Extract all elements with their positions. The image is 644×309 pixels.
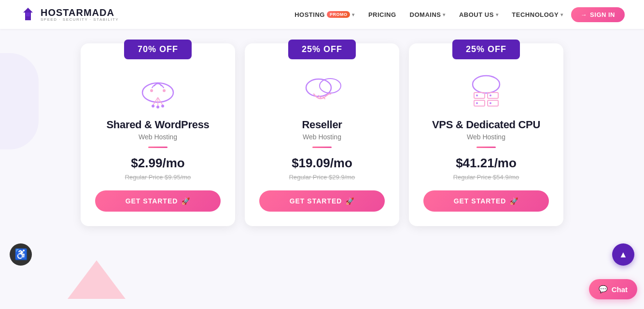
nav-item-hosting[interactable]: HOSTING PROMO ▾ — [289, 8, 361, 21]
nav-item-technology[interactable]: TECHNOLOGY ▾ — [506, 8, 569, 21]
svg-point-8 — [161, 105, 164, 107]
deco-left — [0, 53, 39, 149]
card-reseller: 25% OFF Reseller Web Hosting $19.09/mo R… — [245, 43, 399, 226]
card-vps: 25% OFF VPS & Dedicated CPU Web Hosting … — [409, 43, 563, 226]
card-shared-wordpress: 70% OFF Shared & WordPress Web Host — [81, 43, 235, 226]
card-divider-3 — [476, 147, 496, 148]
accessibility-icon: ♿ — [14, 248, 28, 261]
get-started-label-2: GET STARTED — [290, 197, 342, 205]
nav-hosting-label: HOSTING — [294, 11, 325, 18]
chat-label: Chat — [612, 285, 628, 294]
sign-in-label: SIGN IN — [590, 11, 615, 18]
accessibility-button[interactable]: ♿ — [10, 243, 32, 266]
svg-point-11 — [473, 76, 500, 93]
svg-point-6 — [152, 105, 154, 107]
cloud-handshake-icon — [300, 67, 344, 111]
sign-in-icon: → — [581, 11, 588, 18]
card-icon-shared — [95, 67, 221, 111]
nav-links: HOSTING PROMO ▾ PRICING DOMAINS ▾ ABOUT … — [289, 7, 625, 22]
get-started-btn-2[interactable]: GET STARTED 🚀 — [259, 190, 385, 212]
svg-point-18 — [476, 102, 478, 104]
regular-label-1: Regular Price — [125, 174, 163, 181]
card-title-1: Shared & WordPress — [95, 119, 221, 131]
svg-point-19 — [490, 102, 491, 104]
svg-rect-15 — [488, 100, 498, 106]
card-subtitle-2: Web Hosting — [259, 133, 385, 141]
card-subtitle-1: Web Hosting — [95, 133, 221, 141]
scroll-top-icon: ▲ — [619, 250, 628, 260]
svg-point-16 — [476, 94, 478, 96]
svg-point-1 — [150, 89, 153, 92]
regular-label-3: Regular Price — [453, 174, 491, 181]
card-regular-price-3: Regular Price $54.9/mo — [423, 174, 549, 181]
nav-technology-label: TECHNOLOGY — [512, 11, 559, 18]
cloud-server-icon — [464, 67, 508, 111]
chat-icon: 💬 — [599, 285, 608, 294]
card-price-3: $41.21/mo — [423, 156, 549, 171]
logo-tagline: SPEED · SECURITY · STABILITY — [41, 17, 119, 22]
card-title-2: Reseller — [259, 119, 385, 131]
card-price-1: $2.99/mo — [95, 156, 221, 171]
sign-in-button[interactable]: → SIGN IN — [571, 7, 625, 22]
card-divider-2 — [312, 147, 332, 148]
pricing-cards: 70% OFF Shared & WordPress Web Host — [19, 39, 625, 226]
discount-badge-1: 70% OFF — [124, 40, 192, 59]
logo-text: HOSTARMADA SPEED · SECURITY · STABILITY — [41, 8, 119, 22]
svg-point-9 — [306, 79, 331, 96]
rocket-icon-1: 🚀 — [182, 197, 190, 205]
navbar: HOSTARMADA SPEED · SECURITY · STABILITY … — [0, 0, 644, 29]
svg-point-17 — [490, 94, 491, 96]
chevron-down-icon: ▾ — [352, 12, 355, 17]
regular-label-2: Regular Price — [289, 174, 327, 181]
svg-point-2 — [163, 89, 166, 92]
logo[interactable]: HOSTARMADA SPEED · SECURITY · STABILITY — [19, 6, 119, 23]
regular-price-value-2: $29.9/mo — [329, 174, 355, 181]
main-content: 70% OFF Shared & WordPress Web Host — [0, 29, 644, 299]
svg-line-5 — [158, 97, 163, 105]
regular-price-value-3: $54.9/mo — [493, 174, 519, 181]
cloud-wifi-icon — [136, 67, 180, 111]
card-subtitle-3: Web Hosting — [423, 133, 549, 141]
nav-pricing-label: PRICING — [368, 11, 396, 18]
discount-badge-2: 25% OFF — [288, 40, 356, 59]
nav-item-about[interactable]: ABOUT US ▾ — [453, 8, 504, 21]
nav-about-label: ABOUT US — [459, 11, 494, 18]
logo-brand: HOSTARMADA — [41, 8, 119, 17]
card-icon-reseller — [259, 67, 385, 111]
svg-rect-14 — [474, 100, 485, 106]
get-started-label-1: GET STARTED — [126, 197, 178, 205]
nav-item-pricing[interactable]: PRICING — [363, 8, 402, 21]
card-divider-1 — [148, 147, 168, 148]
card-icon-vps — [423, 67, 549, 111]
get-started-btn-3[interactable]: GET STARTED 🚀 — [423, 190, 549, 212]
chevron-down-icon-domains: ▾ — [443, 12, 446, 17]
card-regular-price-1: Regular Price $9.95/mo — [95, 174, 221, 181]
rocket-icon-3: 🚀 — [510, 197, 518, 205]
rocket-icon-2: 🚀 — [346, 197, 354, 205]
nav-item-domains[interactable]: DOMAINS ▾ — [404, 8, 451, 21]
get-started-label-3: GET STARTED — [454, 197, 506, 205]
bottom-decoration — [68, 260, 126, 299]
svg-point-7 — [156, 106, 159, 108]
svg-line-3 — [153, 97, 158, 105]
chevron-down-icon-about: ▾ — [496, 12, 499, 17]
chevron-down-icon-tech: ▾ — [560, 12, 563, 17]
discount-badge-3: 25% OFF — [452, 40, 520, 59]
nav-domains-label: DOMAINS — [410, 11, 441, 18]
logo-icon — [19, 6, 37, 23]
regular-price-value-1: $9.95/mo — [165, 174, 191, 181]
card-title-3: VPS & Dedicated CPU — [423, 119, 549, 131]
chat-button[interactable]: 💬 Chat — [589, 279, 637, 299]
get-started-btn-1[interactable]: GET STARTED 🚀 — [95, 190, 221, 212]
nav-promo-badge: PROMO — [327, 11, 350, 18]
card-regular-price-2: Regular Price $29.9/mo — [259, 174, 385, 181]
card-price-2: $19.09/mo — [259, 156, 385, 171]
scroll-top-button[interactable]: ▲ — [612, 243, 634, 266]
